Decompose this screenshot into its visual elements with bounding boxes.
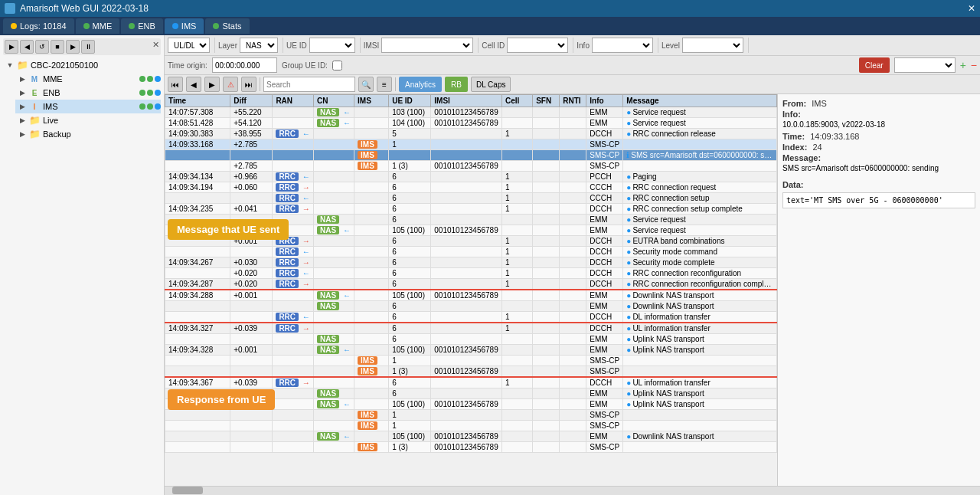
add-filter-btn[interactable]: +	[960, 59, 966, 71]
sidebar-pause-btn[interactable]: ⏸	[81, 40, 95, 54]
table-row[interactable]: 14:09:34.367+0.039RRC →61DCCH●UL informa…	[165, 377, 777, 388]
table-row[interactable]: 14:09:33.168+2.785IMS1SMS-CP	[165, 139, 777, 150]
table-cell	[230, 334, 273, 345]
table-cell: +0.030	[230, 257, 273, 268]
table-row[interactable]: 14:09:34.235+0.041RRC →61DCCH●RRC connec…	[165, 204, 777, 215]
table-cell: SMS-CP	[586, 410, 623, 421]
table-cell	[165, 236, 230, 247]
table-row[interactable]: IMSSMS-CPℹSMS src=Amarisoft dst=06000000…	[165, 150, 777, 161]
table-row[interactable]: 14:07:57.308+55.220NAS ←103 (100)0010101…	[165, 107, 777, 118]
group-ue-checkbox[interactable]	[332, 61, 342, 70]
table-row[interactable]: RRC ←61DCCH●Security mode command	[165, 247, 777, 257]
sidebar-item-root[interactable]: ▼ 📁 CBC-2021050100	[3, 58, 161, 72]
table-row[interactable]: 14:09:34.287+0.020RRC →61DCCH●RRC connec…	[165, 279, 777, 290]
table-row[interactable]: +2.785IMS1 (3)001010123456789SMS-CP	[165, 161, 777, 172]
imsi-select[interactable]	[381, 38, 473, 53]
ue-id-select[interactable]	[309, 38, 355, 53]
level-select[interactable]	[682, 38, 743, 53]
nav-prev-btn[interactable]: ◀	[186, 77, 201, 92]
table-row[interactable]: 14:09:34.328+0.001NAS ←105 (100)00101012…	[165, 345, 777, 356]
sidebar-item-backup[interactable]: ▶ 📁 Backup	[15, 127, 161, 141]
sidebar-collapse-btn[interactable]: ◀	[20, 40, 34, 54]
close-icon[interactable]: ✕	[968, 3, 975, 14]
app-icon	[5, 3, 15, 14]
table-row[interactable]: NAS6EMM●Service request	[165, 215, 777, 225]
tab-logs[interactable]: Logs: 10184	[3, 18, 74, 34]
ul-dl-select[interactable]: UL/DLULDL	[168, 38, 210, 53]
dl-caps-button[interactable]: DL Caps	[471, 77, 511, 92]
search-input[interactable]	[263, 77, 355, 92]
filter-btn[interactable]: ≡	[377, 77, 392, 92]
table-row[interactable]: 14:09:34.368+0.001NAS ←105 (100)00101012…	[165, 399, 777, 410]
table-row[interactable]: 14:09:34.327+0.039RRC →61DCCH●UL informa…	[165, 323, 777, 334]
rp-data-value: text='MT SMS over 5G - 0600000000'	[782, 192, 975, 208]
sidebar-close-btn[interactable]: ✕	[152, 40, 159, 54]
col-cn: CN	[313, 95, 354, 107]
table-cell: ●RRC connection release	[623, 129, 777, 139]
sidebar-expand-btn[interactable]: ▶	[5, 40, 18, 54]
sidebar-item-ims[interactable]: ▶ I IMS	[15, 100, 161, 113]
table-row[interactable]: 14:09:30.383+38.955RRC ←51DCCH●RRC conne…	[165, 129, 777, 139]
table-row[interactable]: 14:09:34.194+0.060RRC →61CCCH●RRC connec…	[165, 182, 777, 193]
table-cell	[533, 421, 560, 431]
info-select[interactable]	[592, 38, 653, 53]
table-cell	[533, 236, 560, 247]
tab-enb[interactable]: ENB	[121, 18, 163, 34]
tab-ims[interactable]: IMS	[165, 18, 204, 34]
table-row[interactable]: NAS6EMM●Uplink NAS transport	[165, 334, 777, 345]
sidebar-item-enb[interactable]: ▶ E ENB	[15, 86, 161, 100]
table-cell: DCCH	[586, 236, 623, 247]
sidebar-stop-btn[interactable]: ■	[51, 40, 64, 54]
table-row[interactable]: IMS1SMS-CP	[165, 421, 777, 431]
table-row[interactable]: 14:08:51.428+54.120NAS ←104 (100)0010101…	[165, 118, 777, 129]
tab-mme[interactable]: MME	[76, 18, 120, 34]
col-sfn: SFN	[533, 95, 560, 107]
table-cell	[273, 399, 314, 410]
nav-warn-btn[interactable]: ⚠	[223, 77, 238, 92]
extra-select[interactable]	[894, 57, 956, 73]
nav-first-btn[interactable]: ⏮	[168, 77, 183, 92]
clear-button[interactable]: Clear	[859, 57, 890, 73]
table-row[interactable]: RRC ←61CCCH●RRC connection setup	[165, 193, 777, 204]
tab-stats[interactable]: Stats	[205, 18, 249, 34]
table-row[interactable]: NAS6EMM●Downlink NAS transport	[165, 301, 777, 312]
table-row[interactable]: 14:09:34.236+0.001NAS ←105 (100)00101012…	[165, 225, 777, 236]
table-row[interactable]: 14:09:34.267+0.030RRC →61DCCH●Security m…	[165, 257, 777, 268]
table-row[interactable]: +0.020RRC ←61DCCH●RRC connection reconfi…	[165, 268, 777, 279]
bottom-scrollbar[interactable]	[165, 486, 980, 495]
table-row[interactable]: IMS1SMS-CP	[165, 356, 777, 366]
table-row[interactable]: RRC ←61DCCH●DL information transfer	[165, 312, 777, 323]
sidebar-play-btn[interactable]: ▶	[66, 40, 80, 54]
table-cell: 14:09:33.168	[165, 139, 230, 150]
search-icon-btn[interactable]: 🔍	[358, 77, 374, 92]
table-cell	[354, 301, 389, 312]
rp-data-label: Data:	[782, 180, 975, 189]
table-row[interactable]: 14:09:34.134+0.966RRC ←61PCCH●Paging	[165, 172, 777, 182]
time-origin-input[interactable]	[212, 57, 277, 73]
table-row[interactable]: NAS6EMM●Uplink NAS transport	[165, 388, 777, 399]
table-cell	[354, 204, 389, 215]
table-row[interactable]: IMS1 (3)001010123456789SMS-CP	[165, 366, 777, 378]
layer-select[interactable]: NASRRCIMS	[240, 38, 278, 53]
table-row[interactable]: NAS ←105 (100)001010123456789EMM●Downlin…	[165, 431, 777, 442]
table-row[interactable]: IMS1SMS-CP	[165, 410, 777, 421]
nav-next-btn[interactable]: ▶	[204, 77, 220, 92]
table-cell: 6	[389, 323, 431, 334]
table-row[interactable]: IMS1 (3)001010123456789SMS-CP	[165, 442, 777, 453]
nav-last-btn[interactable]: ⏭	[241, 77, 256, 92]
col-diff: Diff	[230, 95, 273, 107]
sidebar-refresh-btn[interactable]: ↺	[35, 40, 49, 54]
table-row[interactable]: 14:09:34.288+0.001NAS ←105 (100)00101012…	[165, 290, 777, 301]
table-cell	[533, 431, 560, 442]
remove-filter-btn[interactable]: −	[971, 59, 977, 71]
sidebar-item-live[interactable]: ▶ 📁 Live	[15, 113, 161, 127]
cell-id-select[interactable]	[507, 38, 568, 53]
table-cell	[431, 323, 502, 334]
rb-button[interactable]: RB	[445, 77, 468, 92]
col-info: Info	[586, 95, 623, 107]
table-row[interactable]: +0.001RRC →61DCCH●EUTRA band combination…	[165, 236, 777, 247]
table-cell: ●Paging	[623, 172, 777, 182]
sidebar-item-mme[interactable]: ▶ M MME	[15, 72, 161, 86]
analytics-button[interactable]: Analytics	[399, 77, 442, 92]
table-container[interactable]: Message that UE sent Response from UE Ti…	[165, 94, 777, 486]
